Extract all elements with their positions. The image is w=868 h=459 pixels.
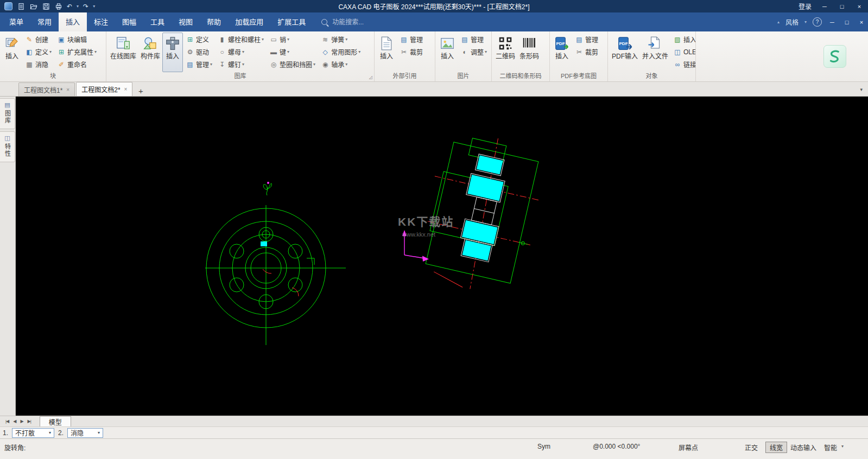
chevron-down-icon: ▾: [485, 50, 487, 54]
group-label-object: 对象: [608, 72, 695, 81]
library-pin-button[interactable]: ▭ 销 ▾: [268, 33, 317, 46]
pdf-clip-button[interactable]: ✂ 裁剪: [573, 46, 600, 58]
new-tab-button[interactable]: +: [136, 85, 145, 96]
doc-tab-1[interactable]: 工程图文档1* ×: [18, 82, 75, 96]
library-washer-button[interactable]: ◎ 垫圈和挡圈 ▾: [268, 58, 317, 71]
close-icon[interactable]: ×: [66, 87, 69, 93]
undo-caret-icon[interactable]: ▾: [77, 4, 79, 9]
pdf-input-button[interactable]: PDF PDF输入: [610, 33, 640, 72]
xref-manage-button[interactable]: ▤ 管理: [398, 33, 425, 46]
side-tab-properties[interactable]: ◫ 特性: [0, 131, 15, 162]
style-button[interactable]: 风格: [785, 17, 799, 27]
smart-snap-toggle[interactable]: 智能: [824, 443, 837, 452]
help-icon[interactable]: ?: [813, 17, 822, 27]
side-tab-library[interactable]: ▤ 图库: [0, 98, 15, 129]
login-button[interactable]: 登录: [799, 2, 812, 11]
pdf-insert-button[interactable]: PDF 插入: [552, 33, 572, 72]
tab-list-chevron-icon[interactable]: ▾: [860, 87, 863, 92]
undo-icon[interactable]: ↶: [67, 3, 72, 10]
component-library-button[interactable]: 构件库: [138, 33, 162, 72]
new-file-icon[interactable]: [17, 2, 25, 10]
minimize-button[interactable]: ─: [820, 3, 829, 10]
menu-tab-sheet[interactable]: 图幅: [115, 12, 143, 31]
block-edit-button[interactable]: ▣ 块编辑: [55, 33, 98, 46]
maximize-button[interactable]: □: [838, 3, 846, 10]
drawing-canvas[interactable]: KK下载站 www.kkx.net: [16, 97, 868, 416]
library-screw-button[interactable]: ↧ 螺钉 ▾: [216, 58, 265, 71]
menu-tab-insert[interactable]: 插入: [59, 12, 87, 31]
xref-insert-button[interactable]: 插入: [376, 33, 397, 72]
pdf-manage-button[interactable]: ▤ 管理: [573, 33, 600, 46]
image-insert-button[interactable]: 插入: [437, 33, 458, 72]
merge-file-button[interactable]: 并入文件: [640, 33, 670, 72]
menu-tab-help[interactable]: 帮助: [200, 12, 228, 31]
object-insert-button[interactable]: ▧ 插入 ▾: [671, 33, 696, 46]
library-common-shapes-label: 常用图形: [331, 47, 357, 56]
app-icon[interactable]: [4, 2, 12, 10]
doc-minimize-button[interactable]: ─: [828, 19, 837, 25]
block-define-button[interactable]: ◧ 定义 ▾: [23, 46, 53, 58]
option-2-dropdown[interactable]: 消隐 ▾: [67, 428, 103, 438]
block-hide-button[interactable]: ▦ 消隐: [23, 58, 53, 71]
library-bolt-button[interactable]: ▮ 螺栓和螺柱 ▾: [216, 33, 265, 46]
barcode-button[interactable]: 条形码: [517, 33, 541, 72]
library-bearing-button[interactable]: ◉ 轴承 ▾: [319, 58, 362, 71]
open-file-icon[interactable]: [29, 2, 37, 10]
library-dialog-launcher-icon[interactable]: ◿: [369, 75, 372, 80]
function-search[interactable]: [321, 18, 398, 27]
last-sheet-icon[interactable]: ▶|: [26, 419, 33, 424]
close-button[interactable]: ×: [855, 3, 864, 10]
nut-icon: ○: [218, 49, 226, 55]
chevron-down-icon: ▾: [94, 50, 97, 54]
menu-tab-tools[interactable]: 工具: [143, 12, 172, 31]
library-nut-button[interactable]: ○ 螺母 ▾: [216, 46, 265, 58]
online-library-button[interactable]: 在线图库: [108, 33, 138, 72]
library-manage-button[interactable]: ▤ 管理 ▾: [184, 58, 214, 71]
doc-tab-2[interactable]: 工程图文档2* ×: [76, 82, 132, 96]
model-tab[interactable]: 模型: [40, 416, 71, 426]
prev-sheet-icon[interactable]: ◀: [11, 419, 18, 424]
block-insert-button[interactable]: 插入: [2, 33, 22, 72]
doc-close-button[interactable]: ×: [857, 19, 866, 25]
close-icon[interactable]: ×: [124, 86, 128, 92]
option-1-dropdown[interactable]: 不打散 ▾: [12, 428, 54, 438]
library-drive-button[interactable]: ⚙ 驱动: [184, 46, 214, 58]
xref-clip-button[interactable]: ✂ 裁剪: [398, 46, 425, 58]
dynamic-input-toggle[interactable]: 动态输入: [790, 443, 816, 452]
style-chevron-down-icon[interactable]: ▾: [804, 20, 807, 24]
qr-code-button[interactable]: 二维码: [493, 33, 517, 72]
image-adjust-button[interactable]: ◐ 调整 ▾: [459, 46, 489, 58]
library-define-button[interactable]: ⊞ 定义: [184, 33, 214, 46]
save-icon[interactable]: [42, 2, 50, 10]
menu-tab-view[interactable]: 视图: [172, 12, 200, 31]
ortho-toggle[interactable]: 正交: [745, 443, 758, 452]
library-spring-button[interactable]: ≋ 弹簧 ▾: [319, 33, 362, 46]
block-rename-button[interactable]: ✐ 重命名: [55, 58, 98, 71]
chevron-down-icon: ▾: [358, 50, 360, 54]
menu-tab-annotate[interactable]: 标注: [87, 12, 115, 31]
menu-tab-menu[interactable]: 菜单: [2, 12, 30, 31]
doc-restore-button[interactable]: □: [842, 19, 851, 25]
library-key-button[interactable]: ▬ 键 ▾: [268, 46, 317, 58]
qat-customize-icon[interactable]: ▾: [93, 4, 95, 9]
first-sheet-icon[interactable]: |◀: [3, 419, 11, 424]
ole-button[interactable]: ◫ OLE ▾: [671, 46, 696, 58]
library-common-shapes-button[interactable]: ◇ 常用图形 ▾: [319, 46, 362, 58]
search-input[interactable]: [331, 18, 398, 27]
line-width-toggle[interactable]: 线宽: [765, 442, 787, 453]
screen-point-toggle[interactable]: 屏幕点: [679, 443, 698, 452]
block-create-button[interactable]: ✎ 创建: [23, 33, 53, 46]
block-ext-attr-button[interactable]: ⊞ 扩充属性 ▾: [55, 46, 98, 58]
menu-tab-load-app[interactable]: 加载应用: [228, 12, 270, 31]
title-bar: ↶ ▾ ↷ ▾ CAXA CAD 电子图板 2024***试用期(还剩30天)*…: [0, 0, 868, 12]
menu-tab-common[interactable]: 常用: [30, 12, 59, 31]
library-insert-button[interactable]: 插入: [162, 33, 183, 72]
next-sheet-icon[interactable]: ▶: [18, 419, 25, 424]
smart-snap-chevron-icon[interactable]: ▾: [841, 444, 844, 449]
style-chevron-up-icon[interactable]: ▴: [777, 20, 780, 24]
print-icon[interactable]: [54, 2, 62, 10]
menu-tab-ext-tools[interactable]: 扩展工具: [270, 12, 313, 31]
redo-icon[interactable]: ↷: [83, 3, 88, 10]
image-manage-button[interactable]: ▤ 管理: [459, 33, 489, 46]
link-button[interactable]: ∞ 链接: [671, 58, 696, 71]
